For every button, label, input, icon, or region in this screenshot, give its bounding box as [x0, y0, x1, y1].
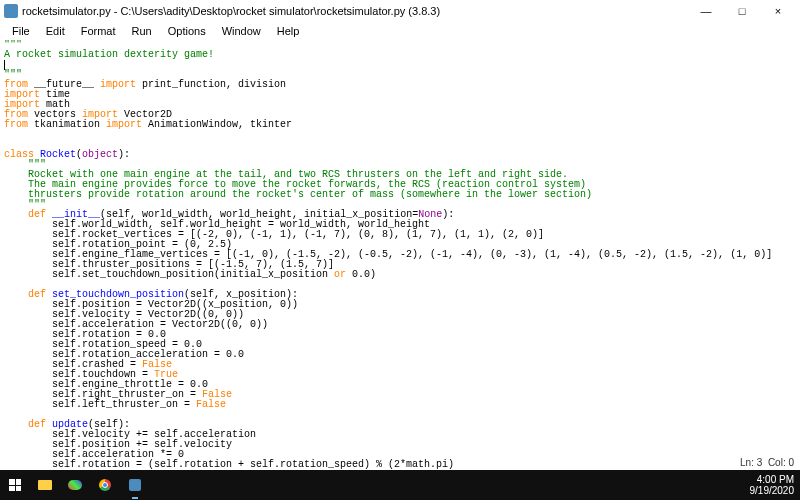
maximize-button[interactable]: □	[724, 0, 760, 22]
close-button[interactable]: ×	[760, 0, 796, 22]
menu-file[interactable]: File	[4, 23, 38, 39]
menu-run[interactable]: Run	[124, 23, 160, 39]
title-bar: rocketsimulator.py - C:\Users\adity\Desk…	[0, 0, 800, 22]
menu-bar: File Edit Format Run Options Window Help	[0, 22, 800, 40]
menu-format[interactable]: Format	[73, 23, 124, 39]
menu-options[interactable]: Options	[160, 23, 214, 39]
menu-edit[interactable]: Edit	[38, 23, 73, 39]
menu-window[interactable]: Window	[214, 23, 269, 39]
minimize-button[interactable]: —	[688, 0, 724, 22]
menu-help[interactable]: Help	[269, 23, 308, 39]
app-icon	[4, 4, 18, 18]
window-title: rocketsimulator.py - C:\Users\adity\Desk…	[22, 5, 440, 17]
